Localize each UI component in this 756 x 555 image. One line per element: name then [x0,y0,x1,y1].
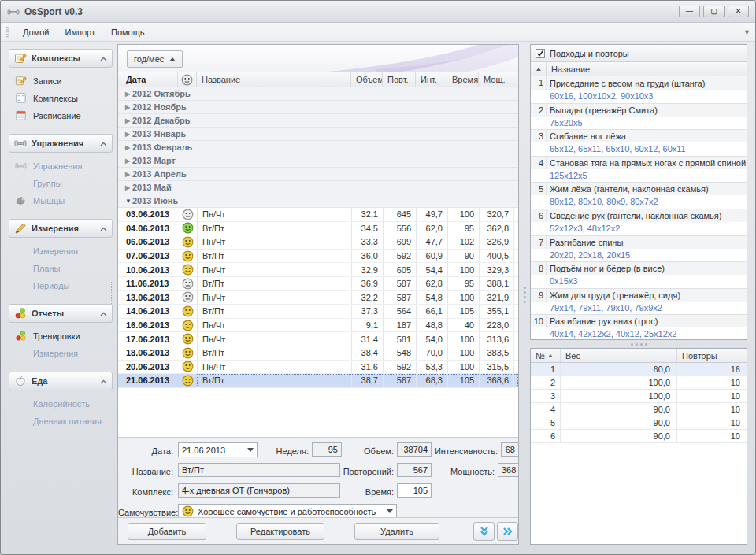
column-header-date[interactable]: Дата [118,72,178,87]
group-by-button[interactable]: год/мес [127,50,183,68]
exercise-sets[interactable]: 0x15x3 [531,275,747,288]
reps-field[interactable]: 567 [397,463,432,477]
time-field[interactable]: 105 [397,483,432,498]
workout-row[interactable]: 21.06.2013Вт/Пт38,756768,3105368,6 [118,374,518,388]
exercise-row[interactable]: 4Становая тяга на прямых ногах с прямой … [531,156,747,169]
exercise-sort-header[interactable] [531,62,547,76]
detail-weight-header[interactable]: Вес [561,349,677,362]
sidebar-item-3-0[interactable]: Тренировки [7,327,114,345]
column-header-time[interactable]: Время [447,72,479,87]
sidebar-section-0[interactable]: Комплексы [9,49,113,68]
exercise-name-header[interactable]: Название [547,62,747,76]
move-right-button[interactable] [497,522,518,541]
detail-num-header[interactable]: № [531,349,561,362]
exercise-sets[interactable]: 75x20x5 [531,117,747,130]
workout-row[interactable]: 11.06.2013Вт/Пт36,958762,895388,1 [118,277,518,291]
column-header-volume[interactable]: Объем [351,72,383,87]
week-field[interactable]: 95 [312,442,342,457]
group-row-2012 Октябрь[interactable]: ▶2012 Октябрь [118,87,518,101]
add-button[interactable]: Добавить [128,523,206,540]
exercise-row[interactable]: 1Приседание с весом на груди (штанга) [531,76,747,90]
sidebar-item-2-2[interactable]: Периоды [7,277,114,294]
menu-overflow-icon[interactable]: ▼ [743,28,750,36]
workout-row[interactable]: 06.06.2013Пн/Чт33,369947,7102326,9 [118,235,518,250]
workout-row[interactable]: 18.06.2013Вт/Пт38,454870,0100383,5 [118,346,518,361]
exercise-row[interactable]: 2Выпады (тренажёр Смита) [531,103,747,117]
close-button[interactable]: ✕ [728,6,749,17]
set-row[interactable]: 2100,010 [531,376,747,390]
workout-row[interactable]: 10.06.2013Пн/Чт32,960554,4100329,3 [118,263,518,277]
set-row[interactable]: 590,010 [531,416,747,430]
workout-row[interactable]: 14.06.2013Вт/Пт37,356466,1105355,1 [118,305,518,319]
exercise-sets[interactable]: 40x14, 42x12x2, 40x12, 25x12x2 [531,327,747,340]
sidebar-section-4[interactable]: Еда [9,372,113,390]
exercise-row[interactable]: 3Сгибание ног лёжа [531,129,747,142]
sidebar-item-4-1[interactable]: Дневник питания [7,413,114,430]
exercise-row[interactable]: 7Разгибание спины [531,235,747,249]
move-down-button[interactable] [473,522,495,541]
sidebar-item-1-1[interactable]: Группы [7,175,114,192]
complex-field[interactable]: 4-х дневная ОТ (Гончаров) [178,483,340,498]
workout-row[interactable]: 16.06.2013Пн/Чт9,118748,840228,0 [118,319,518,333]
workout-row[interactable]: 03.06.2013Пн/Чт32,164549,7100320,7 [118,208,518,222]
sidebar-section-3[interactable]: Отчеты [9,304,113,323]
exercise-row[interactable]: 8Подъём ног и бёдер (в висе) [531,261,747,275]
group-row-2013 Апрель[interactable]: ▶2013 Апрель [118,168,518,181]
workout-row[interactable]: 17.06.2013Пн/Чт31,458154,0100313,6 [118,332,518,346]
sidebar-scroll-grip[interactable] [111,282,114,304]
group-row-2013 Январь[interactable]: ▶2013 Январь [118,128,518,141]
column-header-name[interactable]: Название [197,72,351,87]
column-header-power[interactable]: Мощ. [479,72,513,87]
delete-button[interactable]: Удалить [354,523,439,540]
group-row-2012 Декабрь[interactable]: ▶2012 Декабрь [118,114,518,128]
group-row-2013 Май[interactable]: ▶2013 Май [118,181,518,194]
sidebar-item-0-2[interactable]: Расписание [7,107,114,124]
set-row[interactable]: 490,010 [531,403,747,416]
menu-item-1[interactable]: Импорт [57,25,103,39]
horizontal-splitter[interactable] [530,340,747,348]
workout-row[interactable]: 20.06.2013Пн/Чт31,659253,3100315,5 [118,361,518,375]
column-header-intensity[interactable]: Инт. [416,72,447,87]
sidebar-section-1[interactable]: Упражнения [9,134,113,153]
sidebar-item-0-0[interactable]: Записи [7,72,114,90]
detail-reps-header[interactable]: Повторы [677,349,747,362]
sets-checkbox[interactable] [536,49,545,58]
power-field[interactable]: 368 [498,463,519,477]
menu-item-0[interactable]: Домой [15,25,57,39]
set-row[interactable]: 3100,010 [531,390,747,403]
exercise-sets[interactable]: 125x12x5 [531,169,747,183]
exercise-row[interactable]: 5Жим лёжа (гантели, наклонная скамья) [531,182,747,195]
workout-row[interactable]: 04.06.2013Вт/Пт34,555662,095362,8 [118,222,518,236]
date-combobox[interactable]: 21.06.2013 [178,442,258,457]
group-row-2013 Март[interactable]: ▶2013 Март [118,154,518,168]
exercise-sets[interactable]: 80x12, 80x10, 80x9, 80x7x2 [531,195,747,209]
group-row-2013 Февраль[interactable]: ▶2013 Февраль [118,141,518,154]
intensity-field[interactable]: 68 [501,442,519,457]
group-row-2012 Ноябрь[interactable]: ▶2012 Ноябрь [118,101,518,114]
maximize-button[interactable]: ▢ [703,6,724,17]
set-row[interactable]: 690,010 [531,430,747,443]
exercise-row[interactable]: 6Сведение рук (гантели, наклонная скамья… [531,209,747,222]
exercise-sets[interactable]: 65x12, 65x11, 65x10, 60x12, 60x11 [531,142,747,156]
sidebar-item-1-2[interactable]: Мышцы [7,192,114,209]
sidebar-item-4-0[interactable]: Калорийность [7,395,114,413]
set-row[interactable]: 160,016 [531,363,747,376]
column-header-mood[interactable] [178,72,197,87]
group-row-expanded[interactable]: ▼2013 Июнь [118,194,518,208]
column-header-reps[interactable]: Повт. [383,72,416,87]
sidebar-section-2[interactable]: Измерения [9,219,113,238]
sidebar-item-2-0[interactable]: Измерения [7,242,114,260]
workout-row[interactable]: 07.06.2013Вт/Пт36,059260,990400,5 [118,250,518,264]
menu-item-2[interactable]: Помощь [103,25,153,39]
vertical-splitter[interactable] [520,44,529,545]
sidebar-item-0-1[interactable]: Комплексы [7,90,114,107]
volume-field[interactable]: 38704 [397,442,432,457]
sidebar-item-1-0[interactable]: Упражнения [7,157,114,175]
exercise-sets[interactable]: 52x12x3, 48x12x2 [531,222,747,235]
name-field[interactable]: Вт/Пт [178,463,340,477]
workout-row[interactable]: 13.06.2013Пн/Чт32,258754,8100321,9 [118,291,518,305]
exercise-sets[interactable]: 79x14, 79x11, 79x10, 79x9x2 [531,302,747,315]
minimize-button[interactable]: — [679,6,700,17]
exercise-row[interactable]: 10Разгибание рук вниз (трос) [531,314,747,327]
sidebar-item-3-1[interactable]: Измерения [7,345,114,362]
